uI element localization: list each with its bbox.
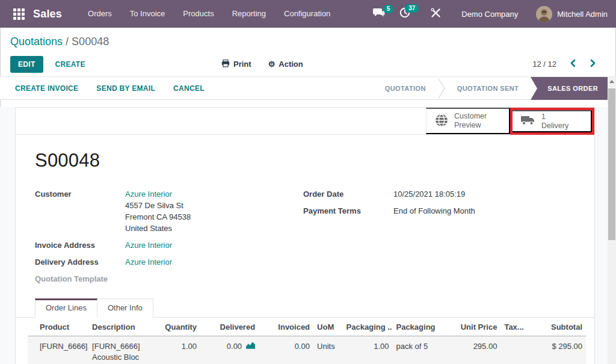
customer-preview-button[interactable]: Customer Preview [426,108,510,134]
order-date-value: 10/25/2021 18:05:19 [393,188,465,200]
top-navbar: Sales Orders To Invoice Products Reporti… [0,0,616,28]
delivery-highlight-box: 1 Delivery [510,108,594,135]
cell-description: [FURN_6666] Acoustic Bloc [88,336,156,364]
cell-product: [FURN_6666]... [28,336,88,364]
print-button[interactable]: Print [221,60,251,69]
menu-reporting[interactable]: Reporting [223,0,275,28]
customer-field: Customer Azure Interior 4557 De Silva St… [35,188,303,234]
messages-button[interactable]: 5 [367,4,391,23]
activities-button[interactable]: 37 [393,4,416,24]
create-button[interactable]: CREATE [55,60,85,69]
cell-packaging-qty: 1.00 [343,336,393,364]
invoice-address-link[interactable]: Azure Interior [125,241,172,250]
cell-tax [500,336,531,364]
cancel-button[interactable]: CANCEL [173,84,205,93]
send-by-email-button[interactable]: SEND BY EMAIL [96,84,155,93]
smart-button-row: Customer Preview [16,108,594,135]
gear-icon: ⚙ [268,60,276,69]
messages-badge: 5 [383,5,394,13]
action-button[interactable]: ⚙ Action [268,60,303,69]
col-product: Product [28,318,88,336]
quotation-template-label: Quotation Template [35,273,303,285]
tools-icon [431,8,441,20]
table-header-row: Product Description Quantity Delivered I… [28,318,586,336]
chevron-left-icon [570,59,576,69]
breadcrumb-quotations[interactable]: Quotations [10,35,63,48]
col-invoiced: Invoiced [259,318,313,336]
col-uom: UoM [313,318,343,336]
scrollbar-up-icon [609,80,614,83]
customer-link[interactable]: Azure Interior [125,190,172,199]
odoo-app-window: Sales Orders To Invoice Products Reporti… [0,0,616,364]
col-tax: Tax... [500,318,531,336]
menu-to-invoice[interactable]: To Invoice [121,0,174,28]
payment-terms-value: End of Following Month [393,205,475,217]
customer-address-line: United States [125,223,191,234]
col-delivered: Delivered [200,318,259,336]
notebook: Order Lines Other Info Product [16,298,594,364]
apps-grid-icon[interactable] [13,8,25,20]
avatar [536,6,552,22]
breadcrumb: Quotations / S00048 [0,28,616,52]
stage-sales-order-active[interactable]: SALES ORDER [531,77,616,100]
customer-address-line: 4557 De Silva St [125,200,191,211]
menu-configuration[interactable]: Configuration [275,0,339,28]
statusbar: CREATE INVOICE SEND BY EMAIL CANCEL QUOT… [0,77,616,100]
col-packaging-qty: Packaging ... [343,318,393,336]
cell-uom: Units [313,336,343,364]
stage-quotation[interactable]: QUOTATION [373,85,438,92]
breadcrumb-separator: / [66,35,69,48]
customer-label: Customer [35,188,125,234]
truck-icon [521,115,535,128]
pager-previous-button[interactable] [568,58,577,70]
order-line-row[interactable]: [FURN_6666]... [FURN_6666] Acoustic Bloc… [28,336,586,364]
delivery-label: Delivery [541,122,568,130]
scrollbar-thumb[interactable] [608,88,615,240]
customer-address-line: Fremont CA 94538 [125,211,191,223]
payment-terms-label: Payment Terms [303,205,393,217]
order-title: S00048 [35,150,582,171]
payment-terms-field: Payment Terms End of Following Month [303,205,568,217]
user-menu[interactable]: Mitchell Admin [536,6,608,22]
control-panel: EDIT CREATE Print ⚙ Action 12 / 12 [0,52,616,76]
scrollbar-up-button[interactable] [608,77,616,85]
menu-products[interactable]: Products [174,0,223,28]
pager: 12 / 12 [532,58,606,70]
col-description: Description [88,318,156,336]
pager-value: 12 / 12 [532,60,556,69]
col-subtotal: Subtotal [531,318,586,336]
menu-orders[interactable]: Orders [79,0,121,28]
order-date-label: Order Date [303,188,393,200]
delivery-button[interactable]: 1 Delivery [513,110,592,132]
edit-button[interactable]: EDIT [10,56,43,73]
company-switcher[interactable]: Demo Company [461,10,518,19]
user-name: Mitchell Admin [557,10,608,19]
chevron-right-icon [590,59,596,69]
delivery-address-label: Delivery Address [35,256,125,268]
delivery-address-field: Delivery Address Azure Interior [35,256,303,268]
app-name[interactable]: Sales [33,8,62,20]
tab-order-lines[interactable]: Order Lines [35,298,97,318]
stage-pipeline: QUOTATION QUOTATION SENT SALES ORDER [373,77,616,100]
invoice-address-field: Invoice Address Azure Interior [35,239,303,251]
stage-quotation-sent[interactable]: QUOTATION SENT [445,85,531,92]
vertical-scrollbar[interactable] [608,77,616,364]
cell-quantity: 1.00 [156,336,200,364]
cell-delivered: 0.00 [200,336,259,364]
cell-subtotal: $ 295.00 [531,336,586,364]
form-sheet: Customer Preview [15,107,595,364]
printer-icon [221,60,230,69]
col-quantity: Quantity [156,318,200,336]
cell-packaging: pack of 5 [392,336,445,364]
pager-next-button[interactable] [589,58,597,70]
create-invoice-button[interactable]: CREATE INVOICE [15,84,78,93]
globe-icon [435,114,448,129]
tools-button[interactable] [425,4,447,24]
delivery-count: 1 [541,113,546,121]
cell-invoiced: 0.00 [259,336,313,364]
delivery-address-link[interactable]: Azure Interior [125,258,172,267]
order-date-field: Order Date 10/25/2021 18:05:19 [303,188,568,200]
activities-badge: 37 [405,4,419,13]
forecast-area-chart-icon[interactable] [246,341,255,352]
tab-other-info[interactable]: Other Info [97,298,153,318]
